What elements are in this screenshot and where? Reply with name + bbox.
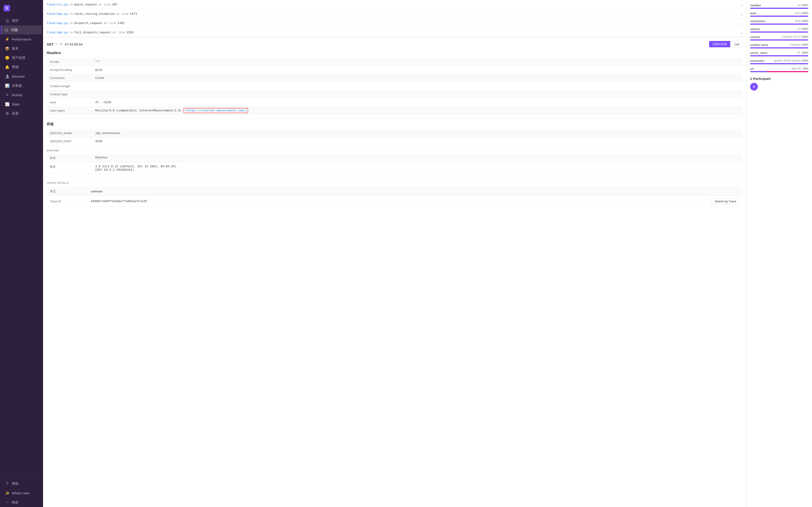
sidebar-item-alerts[interactable]: 🔔警报: [1, 62, 42, 71]
discover-icon: 🔬: [5, 74, 9, 78]
header-value: Mozilla/5.0 (compatible; InternetMeasure…: [95, 109, 184, 112]
stat-meta: no 100%: [798, 4, 808, 7]
env-table: SERVER_NAMEjdy_extensionsSERVER_PORT3120: [47, 129, 743, 146]
stat-meta: CPython 3.8.12 100%: [782, 35, 808, 39]
stat-name: mechanism: [750, 19, 765, 23]
sidebar-label-stats: Stats: [12, 102, 19, 106]
stat-meta: generic WSGI request 100%: [774, 59, 808, 62]
request-url-bar: GET / ⧉ 47.94.89.64 已格式化的 curl: [47, 41, 743, 47]
header-row: Accept*/*: [47, 58, 743, 66]
headers-table: Accept*/*Accept-EncodinggzipConnectioncl…: [47, 58, 743, 115]
stack-func: full_dispatch_request: [74, 31, 111, 34]
sidebar-item-settings[interactable]: ⚙设置: [1, 109, 42, 118]
trace-section: TRACE DETAILS 状态unknownTrace ID 44989cfd…: [43, 178, 746, 211]
logo-icon: S: [4, 5, 10, 11]
stat-meta: http://47. 28%: [792, 67, 808, 70]
dashboards-icon: 📊: [5, 83, 9, 88]
trace-field-name: 状态: [47, 187, 88, 196]
header-value: */*: [95, 60, 100, 63]
sidebar-item-whats-new[interactable]: ✨What's new: [1, 489, 42, 498]
stat-name: server_name: [750, 51, 767, 55]
curl-button[interactable]: curl: [731, 41, 743, 47]
stack-line: 1516: [126, 31, 134, 34]
trace-id-container: 44989cfd40ff4c0abcf7e052a2471e3f Search …: [91, 198, 740, 205]
stack-row: flask/app.py in raise_routing_exception …: [43, 9, 746, 18]
activity-icon: ≡: [5, 93, 9, 97]
sidebar-logo: S: [0, 2, 43, 14]
stat-name: release: [750, 27, 760, 31]
trace-field-name: Trace ID: [47, 196, 88, 207]
sidebar-item-stats[interactable]: 📈Stats: [1, 100, 42, 109]
sidebar-label-help: 帮助: [12, 482, 18, 486]
sidebar-label-whats-new: What's new: [12, 491, 29, 495]
participants-title: 1 Participant: [750, 77, 808, 80]
env-value: jdy_extensions: [92, 129, 743, 137]
request-format-buttons: 已格式化的 curl: [709, 41, 743, 47]
expand-icon[interactable]: ⌄: [741, 30, 743, 35]
expand-icon[interactable]: ⌄: [741, 2, 743, 7]
sidebar-label-settings: 设置: [12, 111, 18, 116]
header-name: Accept-Encoding: [47, 66, 92, 74]
stat-meta: flask 100%: [795, 19, 808, 23]
whats-new-icon: ✨: [5, 491, 9, 495]
header-row: Accept-Encodinggzip: [47, 66, 743, 74]
search-by-trace-button[interactable]: Search by Trace: [711, 198, 740, 205]
sidebar-label-projects: 项目: [12, 18, 18, 23]
main-content: flask/ctx.py in match_request at line 36…: [43, 0, 812, 507]
stat-meta: 47. 100%: [797, 51, 808, 55]
right-panel: handled no 100% level error 100% mechani…: [746, 0, 812, 507]
stat-name: runtime: [750, 35, 760, 39]
sidebar-item-releases[interactable]: 📦版本: [1, 44, 42, 53]
env-title: 环境: [47, 122, 743, 126]
stack-file: flask/app.py: [47, 12, 68, 16]
sidebar-item-activity[interactable]: ≡Activity: [1, 90, 42, 99]
runtime-name: 版本: [47, 163, 92, 174]
formatted-button[interactable]: 已格式化的: [709, 41, 730, 47]
alerts-icon: 🔔: [5, 65, 9, 69]
user-feedback-icon: 😊: [5, 55, 9, 60]
projects-icon: ◫: [5, 18, 9, 23]
expand-icon[interactable]: ⌄: [741, 21, 743, 25]
sidebar-item-discover[interactable]: 🔬Discover: [1, 72, 42, 81]
env-row: SERVER_PORT3120: [47, 137, 743, 146]
stack-row: flask/ctx.py in match_request at line 36…: [43, 0, 746, 9]
header-row: Content-Length: [47, 82, 743, 90]
stats-icon: 📈: [5, 102, 9, 106]
sidebar-item-collapse[interactable]: ←收起: [1, 498, 42, 507]
trace-row: Trace ID 44989cfd40ff4c0abcf7e052a2471e3…: [47, 196, 743, 207]
sidebar-label-dashboards: 仪表盘: [12, 83, 22, 88]
header-value: 47. :3120: [95, 101, 111, 104]
stack-line: 1492: [117, 21, 124, 25]
header-name: Host: [47, 99, 92, 107]
collapse-icon: ←: [5, 500, 9, 505]
releases-icon: 📦: [5, 46, 9, 51]
copy-icon[interactable]: ⧉: [60, 42, 62, 46]
settings-icon: ⚙: [5, 111, 9, 116]
stat-row-mechanism: mechanism flask 100%: [750, 19, 808, 25]
runtime-name: 姓名: [47, 154, 92, 163]
sidebar-label-alerts: 警报: [12, 65, 18, 69]
runtime-table: 姓名CPython版本3.8.12(3.8.12 (default, Oct 1…: [47, 154, 743, 174]
sidebar-item-user-feedback[interactable]: 😊用户反馈: [1, 53, 42, 62]
sidebar-item-performance[interactable]: ⚡Performance: [1, 35, 42, 44]
stat-name: level: [750, 11, 756, 15]
header-name: Content-Length: [47, 82, 92, 90]
request-separator: /: [56, 42, 57, 46]
stack-func: dispatch_request: [74, 21, 102, 25]
header-row: Host47. :3120: [47, 99, 743, 107]
trace-field-value: unknown: [88, 187, 743, 196]
runtime-row: 版本3.8.12(3.8.12 (default, Oct 12 2021, 0…: [47, 163, 743, 174]
stack-func: raise_routing_exception: [74, 12, 115, 16]
sidebar-item-issues[interactable]: ⬡问题: [1, 25, 42, 35]
header-name: Connection: [47, 74, 92, 82]
expand-icon[interactable]: ⌄: [741, 11, 743, 16]
sidebar-item-dashboards[interactable]: 📊仪表盘: [1, 81, 42, 90]
stack-func: match_request: [74, 3, 97, 6]
stat-row-level: level error 100%: [750, 11, 808, 17]
highlighted-url: +https://internet-measurement.com/): [184, 108, 248, 113]
sidebar-item-help[interactable]: ?帮助: [1, 479, 42, 488]
stack-file: flask/app.py: [47, 31, 68, 34]
stat-meta: 2.0 100%: [797, 27, 808, 31]
sidebar-item-projects[interactable]: ◫项目: [1, 16, 42, 25]
stat-row-server_name: server_name 47. 100%: [750, 51, 808, 56]
